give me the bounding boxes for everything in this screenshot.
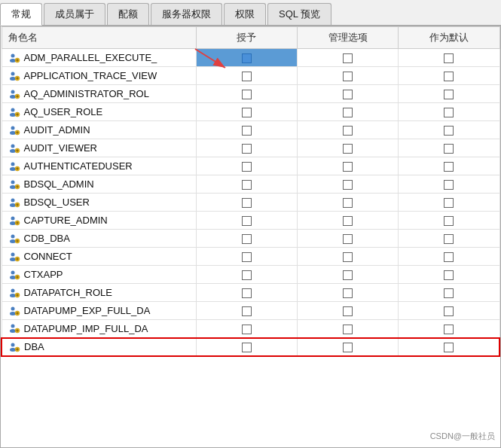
manage-checkbox[interactable] (343, 325, 353, 334)
default-cell[interactable] (399, 248, 499, 266)
default-cell[interactable] (399, 139, 499, 157)
grant-checkbox[interactable] (242, 108, 252, 117)
default-cell[interactable] (399, 320, 499, 338)
default-cell[interactable] (399, 157, 499, 175)
grant-cell[interactable] (196, 67, 297, 85)
default-cell[interactable] (399, 302, 499, 320)
manage-checkbox[interactable] (343, 234, 353, 244)
table-row[interactable]: AQ_ADMINISTRATOR_ROL (2, 85, 499, 103)
grant-checkbox[interactable] (242, 343, 252, 352)
table-row[interactable]: CDB_DBA (2, 230, 499, 248)
table-row[interactable]: CTXAPP (2, 266, 499, 284)
grant-checkbox[interactable] (242, 198, 252, 208)
manage-cell[interactable] (297, 302, 398, 320)
default-checkbox[interactable] (444, 306, 454, 316)
default-checkbox[interactable] (444, 270, 454, 280)
manage-checkbox[interactable] (343, 288, 353, 298)
default-checkbox[interactable] (444, 90, 454, 99)
default-checkbox[interactable] (444, 234, 454, 244)
default-checkbox[interactable] (444, 180, 454, 190)
default-cell[interactable] (399, 284, 499, 302)
default-checkbox[interactable] (444, 162, 454, 172)
manage-cell[interactable] (297, 157, 398, 175)
default-cell[interactable] (399, 121, 499, 139)
grant-checkbox[interactable] (242, 234, 252, 244)
grant-cell[interactable] (196, 320, 297, 338)
grant-checkbox[interactable] (242, 72, 252, 81)
default-checkbox[interactable] (444, 144, 454, 154)
manage-cell[interactable] (297, 266, 398, 284)
grant-checkbox[interactable] (242, 90, 252, 99)
manage-cell[interactable] (297, 284, 398, 302)
manage-checkbox[interactable] (343, 180, 353, 190)
manage-cell[interactable] (297, 320, 398, 338)
default-checkbox[interactable] (444, 252, 454, 262)
grant-checkbox[interactable] (242, 252, 252, 262)
grant-cell[interactable] (196, 302, 297, 320)
manage-cell[interactable] (297, 103, 398, 121)
tab-quota[interactable]: 配额 (107, 3, 149, 25)
default-cell[interactable] (399, 338, 499, 356)
default-checkbox[interactable] (444, 126, 454, 136)
tab-privileges[interactable]: 权限 (224, 3, 266, 25)
tab-general[interactable]: 常规 (0, 3, 42, 26)
manage-cell[interactable] (297, 338, 398, 356)
manage-checkbox[interactable] (343, 72, 353, 81)
manage-checkbox[interactable] (343, 306, 353, 316)
default-cell[interactable] (399, 194, 499, 212)
grant-cell[interactable] (196, 121, 297, 139)
table-row[interactable]: CAPTURE_ADMIN (2, 212, 499, 230)
default-cell[interactable] (399, 67, 499, 85)
manage-cell[interactable] (297, 194, 398, 212)
table-row[interactable]: AUDIT_ADMIN (2, 121, 499, 139)
grant-cell[interactable] (196, 266, 297, 284)
default-checkbox[interactable] (444, 53, 454, 63)
manage-checkbox[interactable] (343, 198, 353, 208)
table-row[interactable]: AUTHENTICATEDUSER (2, 157, 499, 175)
manage-cell[interactable] (297, 85, 398, 103)
manage-cell[interactable] (297, 121, 398, 139)
table-row[interactable]: AQ_USER_ROLE (2, 103, 499, 121)
manage-cell[interactable] (297, 175, 398, 194)
grant-cell[interactable] (196, 139, 297, 157)
grant-cell[interactable] (196, 157, 297, 175)
table-row[interactable]: CONNECT (2, 248, 499, 266)
default-checkbox[interactable] (444, 325, 454, 334)
tab-member-of[interactable]: 成员属于 (44, 3, 105, 25)
table-row[interactable]: DATAPUMP_EXP_FULL_DA (2, 302, 499, 320)
grant-cell[interactable] (196, 49, 297, 67)
grant-checkbox[interactable] (242, 53, 252, 63)
grant-cell[interactable] (196, 175, 297, 194)
default-cell[interactable] (399, 85, 499, 103)
default-checkbox[interactable] (444, 343, 454, 352)
grant-checkbox[interactable] (242, 216, 252, 226)
grant-cell[interactable] (196, 212, 297, 230)
grant-cell[interactable] (196, 338, 297, 356)
default-checkbox[interactable] (444, 72, 454, 81)
manage-checkbox[interactable] (343, 252, 353, 262)
grant-cell[interactable] (196, 103, 297, 121)
grant-checkbox[interactable] (242, 126, 252, 136)
table-row[interactable]: DBA (2, 338, 499, 356)
grant-cell[interactable] (196, 85, 297, 103)
default-cell[interactable] (399, 266, 499, 284)
manage-checkbox[interactable] (343, 53, 353, 63)
manage-cell[interactable] (297, 67, 398, 85)
tab-sql-preview[interactable]: SQL 预览 (267, 3, 331, 25)
default-cell[interactable] (399, 230, 499, 248)
table-row[interactable]: AUDIT_VIEWER (2, 139, 499, 157)
table-row[interactable]: DATAPUMP_IMP_FULL_DA (2, 320, 499, 338)
table-row[interactable]: DATAPATCH_ROLE (2, 284, 499, 302)
tab-server-priv[interactable]: 服务器权限 (151, 3, 222, 25)
manage-cell[interactable] (297, 49, 398, 67)
grant-checkbox[interactable] (242, 288, 252, 298)
manage-cell[interactable] (297, 139, 398, 157)
grant-checkbox[interactable] (242, 270, 252, 280)
grant-checkbox[interactable] (242, 180, 252, 190)
grant-checkbox[interactable] (242, 144, 252, 154)
grant-cell[interactable] (196, 194, 297, 212)
grant-checkbox[interactable] (242, 306, 252, 316)
manage-checkbox[interactable] (343, 90, 353, 99)
manage-checkbox[interactable] (343, 126, 353, 136)
manage-cell[interactable] (297, 212, 398, 230)
